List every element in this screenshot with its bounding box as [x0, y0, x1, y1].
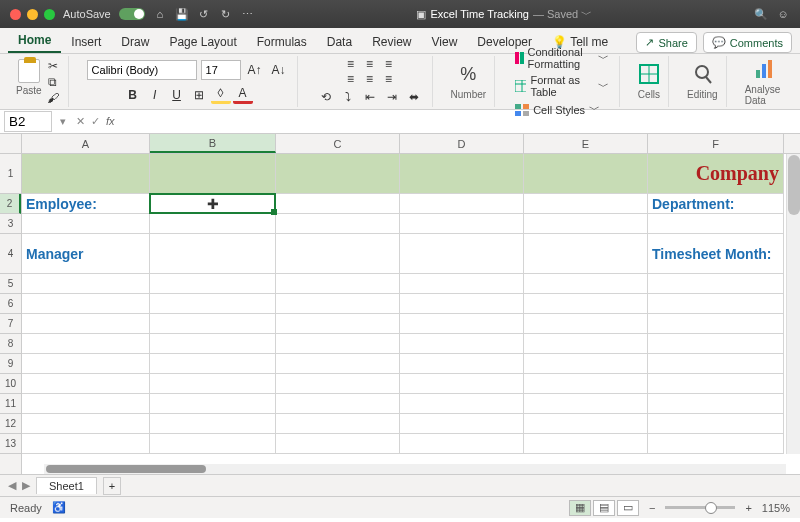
zoom-level[interactable]: 115% [762, 502, 790, 514]
tab-home[interactable]: Home [8, 28, 61, 53]
cell-a13[interactable] [22, 434, 150, 454]
format-as-table-button[interactable]: Format as Table ﹀ [513, 73, 611, 99]
enter-formula-icon[interactable]: ✓ [91, 115, 100, 128]
cell-c11[interactable] [276, 394, 400, 414]
col-header-b[interactable]: B [150, 134, 276, 153]
font-color-button[interactable]: A [233, 86, 253, 104]
search-icon[interactable]: 🔍 [754, 7, 768, 21]
bold-button[interactable]: B [123, 86, 143, 104]
more-icon[interactable]: ⋯ [241, 7, 255, 21]
analyse-data-button[interactable]: Analyse Data [745, 58, 784, 106]
cell-e10[interactable] [524, 374, 648, 394]
sheet-tab-1[interactable]: Sheet1 [36, 477, 97, 494]
cell-e12[interactable] [524, 414, 648, 434]
cell-f1[interactable]: Company [648, 154, 784, 194]
align-right-icon[interactable]: ≡ [380, 72, 398, 86]
cell-e5[interactable] [524, 274, 648, 294]
cell-e13[interactable] [524, 434, 648, 454]
cells-button[interactable]: Cells [638, 63, 660, 100]
cell-a1[interactable] [22, 154, 150, 194]
cell-a6[interactable] [22, 294, 150, 314]
maximize-window-icon[interactable] [44, 9, 55, 20]
cell-c12[interactable] [276, 414, 400, 434]
select-all-corner[interactable] [0, 134, 22, 153]
cell-c6[interactable] [276, 294, 400, 314]
cell-f2[interactable]: Department: [648, 194, 784, 214]
cell-c3[interactable] [276, 214, 400, 234]
align-top-icon[interactable]: ≡ [342, 57, 360, 71]
border-button[interactable]: ⊞ [189, 86, 209, 104]
page-layout-view-button[interactable]: ▤ [593, 500, 615, 516]
wrap-text-icon[interactable]: ⤵ [338, 88, 358, 106]
align-middle-icon[interactable]: ≡ [361, 57, 379, 71]
row-header-12[interactable]: 12 [0, 414, 21, 434]
cell-c13[interactable] [276, 434, 400, 454]
tab-draw[interactable]: Draw [111, 30, 159, 53]
col-header-f[interactable]: F [648, 134, 784, 153]
cell-a7[interactable] [22, 314, 150, 334]
cell-d1[interactable] [400, 154, 524, 194]
underline-button[interactable]: U [167, 86, 187, 104]
row-header-13[interactable]: 13 [0, 434, 21, 454]
account-icon[interactable]: ☺ [776, 7, 790, 21]
minimize-window-icon[interactable] [27, 9, 38, 20]
cell-e7[interactable] [524, 314, 648, 334]
row-header-10[interactable]: 10 [0, 374, 21, 394]
font-size-select[interactable] [201, 60, 241, 80]
cell-a5[interactable] [22, 274, 150, 294]
cancel-formula-icon[interactable]: ✕ [76, 115, 85, 128]
percent-icon[interactable]: % [460, 64, 476, 85]
cell-d12[interactable] [400, 414, 524, 434]
cell-b1[interactable] [150, 154, 276, 194]
row-header-2[interactable]: 2 [0, 194, 21, 214]
col-header-e[interactable]: E [524, 134, 648, 153]
cell-d2[interactable] [400, 194, 524, 214]
undo-icon[interactable]: ↺ [197, 7, 211, 21]
cell-b2[interactable] [150, 194, 276, 214]
cell-a9[interactable] [22, 354, 150, 374]
fill-color-button[interactable]: ◊ [211, 86, 231, 104]
sheet-nav-prev-icon[interactable]: ◀ [8, 479, 16, 492]
align-center-icon[interactable]: ≡ [361, 72, 379, 86]
cell-e2[interactable] [524, 194, 648, 214]
cell-d3[interactable] [400, 214, 524, 234]
cell-e4[interactable] [524, 234, 648, 274]
cell-c1[interactable] [276, 154, 400, 194]
autosave-toggle[interactable] [119, 8, 145, 20]
cell-d6[interactable] [400, 294, 524, 314]
row-header-9[interactable]: 9 [0, 354, 21, 374]
col-header-c[interactable]: C [276, 134, 400, 153]
cell-c5[interactable] [276, 274, 400, 294]
cell-d11[interactable] [400, 394, 524, 414]
tab-view[interactable]: View [422, 30, 468, 53]
close-window-icon[interactable] [10, 9, 21, 20]
cell-a8[interactable] [22, 334, 150, 354]
cell-f6[interactable] [648, 294, 784, 314]
row-header-5[interactable]: 5 [0, 274, 21, 294]
name-box[interactable] [4, 111, 52, 132]
cell-d13[interactable] [400, 434, 524, 454]
document-title[interactable]: ▣ Excel Time Tracking — Saved ﹀ [416, 7, 592, 22]
cell-d5[interactable] [400, 274, 524, 294]
cell-b4[interactable] [150, 234, 276, 274]
decrease-font-icon[interactable]: A↓ [269, 61, 289, 79]
add-sheet-button[interactable]: + [103, 477, 121, 495]
tab-data[interactable]: Data [317, 30, 362, 53]
cell-b9[interactable] [150, 354, 276, 374]
cell-b10[interactable] [150, 374, 276, 394]
cell-f10[interactable] [648, 374, 784, 394]
cell-e11[interactable] [524, 394, 648, 414]
cell-f8[interactable] [648, 334, 784, 354]
cell-f4[interactable]: Timesheet Month: [648, 234, 784, 274]
merge-icon[interactable]: ⬌ [404, 88, 424, 106]
cell-d8[interactable] [400, 334, 524, 354]
cell-f12[interactable] [648, 414, 784, 434]
cell-b8[interactable] [150, 334, 276, 354]
fx-icon[interactable]: fx [106, 115, 115, 128]
indent-decrease-icon[interactable]: ⇤ [360, 88, 380, 106]
cell-e9[interactable] [524, 354, 648, 374]
zoom-in-button[interactable]: + [745, 502, 751, 514]
cell-f13[interactable] [648, 434, 784, 454]
horizontal-scrollbar[interactable] [44, 464, 786, 474]
cell-f3[interactable] [648, 214, 784, 234]
